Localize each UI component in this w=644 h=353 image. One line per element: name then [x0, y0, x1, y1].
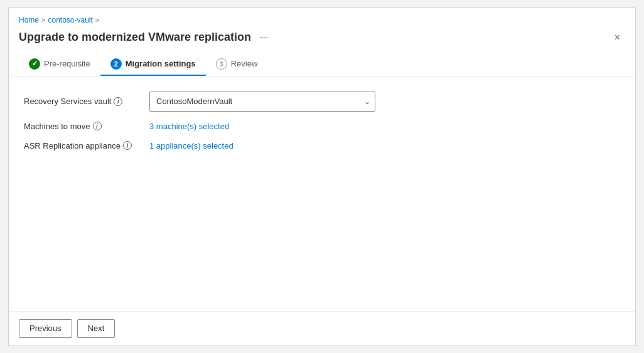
modal: Home > contoso-vault > Upgrade to modern…	[8, 8, 636, 346]
recovery-vault-control: ContosoModernVault ⌄	[149, 92, 620, 112]
tab-label-review: Review	[231, 59, 258, 68]
machines-to-move-label-text: Machines to move	[24, 122, 90, 131]
breadcrumb: Home > contoso-vault >	[19, 16, 625, 24]
machines-to-move-row: Machines to move i 3 machine(s) selected	[24, 122, 620, 131]
previous-button[interactable]: Previous	[19, 319, 72, 338]
machines-to-move-label: Machines to move i	[24, 122, 149, 131]
machines-to-move-control: 3 machine(s) selected	[149, 122, 620, 131]
modal-footer: Previous Next	[9, 311, 635, 345]
recovery-vault-label-text: Recovery Services vault	[24, 97, 111, 106]
modal-overlay: Home > contoso-vault > Upgrade to modern…	[0, 0, 644, 353]
breadcrumb-separator-2: >	[95, 16, 99, 24]
tab-prerequisite[interactable]: ✓ Pre-requisite	[19, 53, 100, 76]
tab-icon-migration-settings: 2	[110, 58, 122, 70]
tab-icon-review: 3	[216, 58, 227, 70]
breadcrumb-separator-1: >	[41, 16, 45, 24]
machines-to-move-link[interactable]: 3 machine(s) selected	[149, 122, 229, 131]
asr-replication-link[interactable]: 1 appliance(s) selected	[149, 141, 233, 150]
modal-title: Upgrade to modernized VMware replication	[19, 31, 251, 44]
title-row-left: Upgrade to modernized VMware replication…	[19, 31, 272, 45]
asr-replication-label-text: ASR Replication appliance	[24, 141, 121, 150]
recovery-vault-info-icon[interactable]: i	[114, 97, 122, 106]
recovery-vault-select-wrapper: ContosoModernVault ⌄	[149, 92, 375, 112]
machines-to-move-info-icon[interactable]: i	[93, 122, 102, 130]
breadcrumb-vault[interactable]: contoso-vault	[48, 16, 92, 24]
asr-replication-row: ASR Replication appliance i 1 appliance(…	[24, 141, 620, 150]
close-button[interactable]: ×	[609, 29, 625, 46]
recovery-vault-row: Recovery Services vault i ContosoModernV…	[24, 92, 620, 112]
asr-replication-control: 1 appliance(s) selected	[149, 141, 620, 150]
tabs: ✓ Pre-requisite 2 Migration settings 3 R…	[19, 53, 625, 76]
modal-body: Recovery Services vault i ContosoModernV…	[9, 76, 635, 311]
tab-migration-settings[interactable]: 2 Migration settings	[100, 53, 206, 76]
modal-header: Home > contoso-vault > Upgrade to modern…	[9, 8, 635, 76]
tab-label-prerequisite: Pre-requisite	[44, 59, 90, 68]
more-options-button[interactable]: ···	[256, 31, 272, 45]
tab-label-migration-settings: Migration settings	[126, 59, 196, 68]
breadcrumb-home[interactable]: Home	[19, 16, 39, 24]
recovery-vault-select[interactable]: ContosoModernVault	[149, 92, 375, 112]
asr-replication-info-icon[interactable]: i	[123, 141, 132, 150]
tab-review[interactable]: 3 Review	[206, 53, 268, 76]
next-button[interactable]: Next	[77, 319, 115, 338]
asr-replication-label: ASR Replication appliance i	[24, 141, 149, 150]
tab-icon-prerequisite: ✓	[29, 58, 40, 70]
recovery-vault-label: Recovery Services vault i	[24, 97, 149, 106]
title-row: Upgrade to modernized VMware replication…	[19, 29, 625, 46]
